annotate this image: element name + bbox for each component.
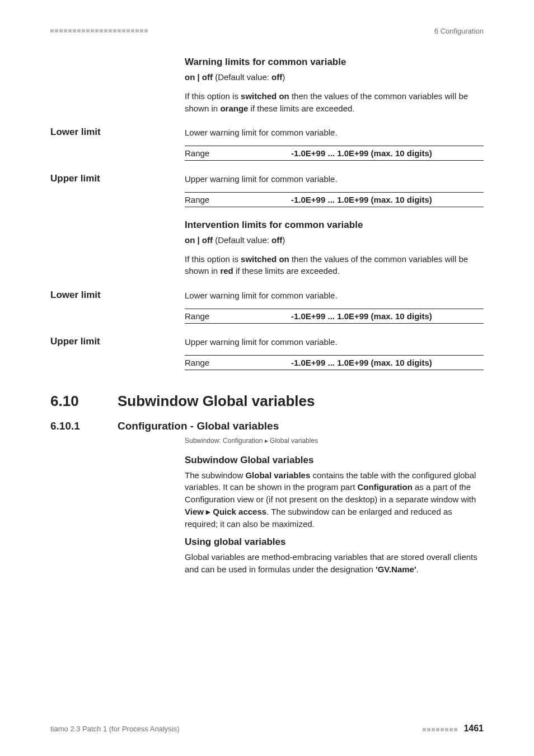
range-value: -1.0E+99 ... 1.0E+99 (max. 10 digits) bbox=[291, 311, 432, 321]
lower-limit-label-2: Lower limit bbox=[50, 290, 174, 301]
lower-limit-range-row-1: Range -1.0E+99 ... 1.0E+99 (max. 10 digi… bbox=[185, 146, 484, 161]
intervention-limits-heading: Intervention limits for common variable bbox=[185, 220, 484, 231]
breadcrumb: Subwindow: Configuration ▸ Global variab… bbox=[185, 437, 484, 445]
footer-product: tiamo 2.3 Patch 1 (for Process Analysis) bbox=[50, 725, 179, 733]
page-number: 1461 bbox=[463, 724, 484, 733]
warning-limits-heading: Warning limits for common variable bbox=[185, 57, 484, 68]
gv-using-desc: Global variables are method-embracing va… bbox=[185, 551, 484, 576]
header-decor-blocks bbox=[50, 29, 148, 32]
upper-limit-range-row-2: Range -1.0E+99 ... 1.0E+99 (max. 10 digi… bbox=[185, 355, 484, 370]
subsection-heading: 6.10.1Configuration - Global variables bbox=[50, 420, 484, 432]
gv-subwindow-heading: Subwindow Global variables bbox=[185, 455, 484, 466]
range-value: -1.0E+99 ... 1.0E+99 (max. 10 digits) bbox=[291, 195, 432, 204]
range-label: Range bbox=[185, 195, 291, 204]
lower-limit-range-row-2: Range -1.0E+99 ... 1.0E+99 (max. 10 digi… bbox=[185, 309, 484, 324]
range-value: -1.0E+99 ... 1.0E+99 (max. 10 digits) bbox=[291, 358, 432, 367]
footer-decor-blocks bbox=[423, 728, 457, 731]
gv-subwindow-desc: The subwindow Global variables contains … bbox=[185, 469, 484, 530]
upper-limit-desc-2: Upper warning limit for common variable. bbox=[185, 336, 484, 348]
range-label: Range bbox=[185, 311, 291, 321]
upper-limit-desc-1: Upper warning limit for common variable. bbox=[185, 173, 484, 185]
range-label: Range bbox=[185, 358, 291, 367]
lower-limit-desc-2: Lower warning limit for common variable. bbox=[185, 290, 484, 302]
section-heading: 6.10Subwindow Global variables bbox=[50, 393, 484, 410]
range-label: Range bbox=[185, 148, 291, 158]
lower-limit-desc-1: Lower warning limit for common variable. bbox=[185, 127, 484, 139]
intervention-limits-default: on | off (Default value: off) bbox=[185, 234, 484, 246]
warning-limits-default: on | off (Default value: off) bbox=[185, 71, 484, 83]
upper-limit-range-row-1: Range -1.0E+99 ... 1.0E+99 (max. 10 digi… bbox=[185, 192, 484, 207]
lower-limit-label-1: Lower limit bbox=[50, 127, 174, 138]
intervention-limits-desc: If this option is switched on then the v… bbox=[185, 253, 484, 278]
header-chapter: 6 Configuration bbox=[434, 27, 484, 35]
upper-limit-label-1: Upper limit bbox=[50, 173, 174, 184]
footer-page-wrap: 1461 bbox=[423, 724, 484, 734]
upper-limit-label-2: Upper limit bbox=[50, 336, 174, 347]
warning-limits-desc: If this option is switched on then the v… bbox=[185, 90, 484, 115]
range-value: -1.0E+99 ... 1.0E+99 (max. 10 digits) bbox=[291, 148, 432, 158]
gv-using-heading: Using global variables bbox=[185, 536, 484, 548]
